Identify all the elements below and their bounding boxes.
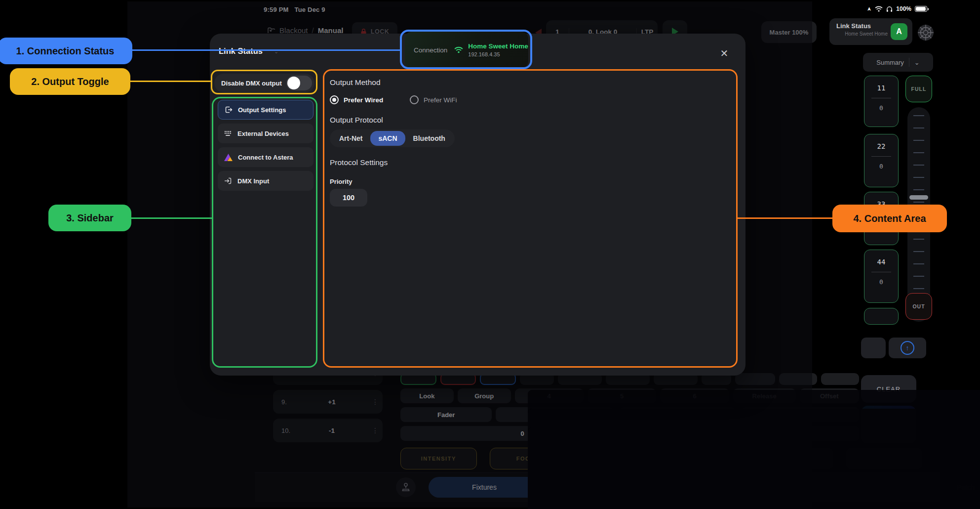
battery-icon [915,6,927,12]
screenshot-canvas: 9:59 PMTue Dec 9 ➤ 100% Blackout [0,0,980,509]
chevron-down-icon: ⌄ [914,59,920,66]
callout-output-toggle: 2. Output Toggle [10,68,130,95]
fader-level: 0 [864,104,898,112]
battery-percent: 100% [896,5,911,12]
modal-title: Link Status [219,46,263,56]
up-arrow-icon: ↑ [901,341,914,355]
location-icon: ➤ [866,6,872,11]
full-button[interactable]: FULL [905,76,932,102]
fader-divider [871,98,891,98]
astera-badge: A [891,23,907,40]
fader-value: 22 [864,134,898,150]
summary-dropdown[interactable]: Summary ⌄ [863,53,933,72]
annotation-line-sidebar [130,217,213,219]
fader-card[interactable]: 220 [864,134,899,187]
fader-handle[interactable] [909,195,928,200]
wifi-icon [875,6,883,12]
annotation-line-toggle [129,81,212,82]
fader-level: 0 [864,278,898,286]
color-wheel-icon[interactable] [917,24,934,41]
fader-value: 11 [864,76,898,92]
partial-button[interactable] [861,338,886,358]
fader-card[interactable]: 440 [864,250,899,303]
link-status-card[interactable]: Link Status Home Sweet Home A [829,18,912,45]
annotation-rect-connection [400,30,532,69]
summary-label: Summary [876,59,904,66]
divider [909,58,909,67]
fader-card[interactable] [864,308,899,325]
fader-value: 44 [864,250,898,266]
annotation-rect-content [323,69,738,368]
fader-divider [871,156,891,157]
status-bar-icons: ➤ 100% [863,5,927,12]
fader-level: 0 [864,163,898,170]
keypad-partial-button[interactable] [821,373,859,385]
out-button[interactable]: OUT [905,293,932,320]
annotation-line-connection [131,49,401,51]
headphones-icon [886,6,893,12]
callout-content-area: 4. Content Area [832,205,947,232]
annotation-rect-sidebar [212,97,317,368]
link-status-subtitle: Home Sweet Home [836,31,888,37]
fader-divider [871,272,891,272]
page-up-button[interactable]: ↑ [889,338,926,358]
annotation-line-content [737,217,833,219]
annotation-rect-toggle [211,70,317,94]
close-button[interactable]: ✕ [715,44,733,62]
fader-card[interactable]: 110 [864,76,899,127]
callout-sidebar: 3. Sidebar [48,205,131,231]
callout-connection-status: 1. Connection Status [0,38,132,64]
